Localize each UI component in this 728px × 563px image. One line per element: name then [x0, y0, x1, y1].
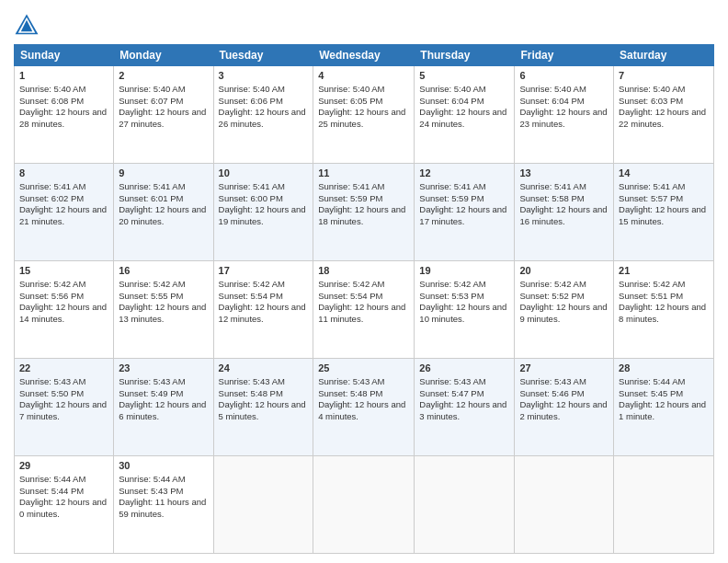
sunset-text: Sunset: 6:04 PM	[519, 96, 584, 106]
day-cell-26: 26Sunrise: 5:43 AMSunset: 5:47 PMDayligh…	[415, 359, 515, 456]
day-number: 16	[119, 264, 208, 278]
sunrise-text: Sunrise: 5:40 AM	[619, 84, 685, 94]
day-cell-empty	[515, 456, 614, 554]
day-number: 12	[419, 167, 509, 180]
sunset-text: Sunset: 6:00 PM	[219, 193, 283, 203]
sunrise-text: Sunrise: 5:41 AM	[318, 181, 384, 191]
day-number: 8	[19, 167, 108, 180]
logo	[14, 13, 41, 39]
day-header-saturday: Saturday	[614, 45, 714, 66]
day-header-wednesday: Wednesday	[313, 45, 415, 66]
day-number: 6	[519, 69, 609, 83]
day-number: 5	[419, 69, 509, 83]
sunset-text: Sunset: 5:52 PM	[519, 291, 584, 301]
sunset-text: Sunset: 5:43 PM	[119, 486, 183, 496]
day-cell-11: 11Sunrise: 5:41 AMSunset: 5:59 PMDayligh…	[313, 164, 415, 261]
day-cell-5: 5Sunrise: 5:40 AMSunset: 6:04 PMDaylight…	[415, 66, 515, 164]
sunset-text: Sunset: 5:58 PM	[519, 193, 584, 203]
daylight-text: Daylight: 12 hours and 6 minutes.	[119, 399, 206, 421]
day-cell-30: 30Sunrise: 5:44 AMSunset: 5:43 PMDayligh…	[114, 456, 213, 554]
sunset-text: Sunset: 6:07 PM	[119, 96, 183, 106]
sunset-text: Sunset: 5:48 PM	[318, 388, 382, 398]
sunset-text: Sunset: 5:59 PM	[318, 193, 382, 203]
header	[14, 9, 714, 39]
sunrise-text: Sunrise: 5:41 AM	[119, 181, 185, 191]
sunset-text: Sunset: 5:49 PM	[119, 388, 183, 398]
sunrise-text: Sunrise: 5:41 AM	[19, 181, 85, 191]
daylight-text: Daylight: 12 hours and 3 minutes.	[419, 399, 506, 421]
logo-icon	[14, 13, 40, 39]
day-cell-2: 2Sunrise: 5:40 AMSunset: 6:07 PMDaylight…	[114, 66, 213, 164]
week-row-5: 29Sunrise: 5:44 AMSunset: 5:44 PMDayligh…	[15, 456, 714, 554]
day-cell-4: 4Sunrise: 5:40 AMSunset: 6:05 PMDaylight…	[313, 66, 415, 164]
day-number: 4	[318, 69, 409, 83]
day-cell-29: 29Sunrise: 5:44 AMSunset: 5:44 PMDayligh…	[15, 456, 114, 554]
daylight-text: Daylight: 12 hours and 19 minutes.	[219, 204, 306, 226]
sunrise-text: Sunrise: 5:40 AM	[419, 84, 485, 94]
sunrise-text: Sunrise: 5:41 AM	[519, 181, 586, 191]
day-number: 19	[419, 264, 509, 278]
day-cell-28: 28Sunrise: 5:44 AMSunset: 5:45 PMDayligh…	[614, 359, 714, 456]
calendar-table: SundayMondayTuesdayWednesdayThursdayFrid…	[14, 44, 714, 554]
day-number: 25	[318, 362, 409, 375]
day-number: 20	[519, 264, 609, 278]
sunrise-text: Sunrise: 5:43 AM	[219, 376, 285, 386]
daylight-text: Daylight: 12 hours and 7 minutes.	[19, 399, 107, 421]
sunset-text: Sunset: 5:47 PM	[419, 388, 483, 398]
daylight-text: Daylight: 12 hours and 26 minutes.	[219, 107, 306, 129]
sunrise-text: Sunrise: 5:41 AM	[419, 181, 485, 191]
day-number: 27	[519, 362, 609, 375]
sunrise-text: Sunrise: 5:40 AM	[519, 84, 586, 94]
day-cell-13: 13Sunrise: 5:41 AMSunset: 5:58 PMDayligh…	[515, 164, 614, 261]
sunset-text: Sunset: 5:46 PM	[519, 388, 584, 398]
day-cell-22: 22Sunrise: 5:43 AMSunset: 5:50 PMDayligh…	[15, 359, 114, 456]
day-cell-empty	[313, 456, 415, 554]
day-cell-3: 3Sunrise: 5:40 AMSunset: 6:06 PMDaylight…	[213, 66, 313, 164]
daylight-text: Daylight: 12 hours and 25 minutes.	[318, 107, 405, 129]
daylight-text: Daylight: 12 hours and 27 minutes.	[119, 107, 206, 129]
week-row-3: 15Sunrise: 5:42 AMSunset: 5:56 PMDayligh…	[15, 261, 714, 359]
day-number: 9	[119, 167, 208, 180]
day-number: 22	[19, 362, 108, 375]
day-cell-empty	[213, 456, 313, 554]
day-cell-23: 23Sunrise: 5:43 AMSunset: 5:49 PMDayligh…	[114, 359, 213, 456]
day-cell-21: 21Sunrise: 5:42 AMSunset: 5:51 PMDayligh…	[614, 261, 714, 359]
sunrise-text: Sunrise: 5:42 AM	[19, 279, 85, 289]
sunset-text: Sunset: 6:04 PM	[419, 96, 483, 106]
daylight-text: Daylight: 11 hours and 59 minutes.	[119, 497, 206, 519]
day-cell-14: 14Sunrise: 5:41 AMSunset: 5:57 PMDayligh…	[614, 164, 714, 261]
sunset-text: Sunset: 5:44 PM	[19, 486, 84, 496]
sunrise-text: Sunrise: 5:42 AM	[119, 279, 185, 289]
day-cell-16: 16Sunrise: 5:42 AMSunset: 5:55 PMDayligh…	[114, 261, 213, 359]
day-cell-6: 6Sunrise: 5:40 AMSunset: 6:04 PMDaylight…	[515, 66, 614, 164]
daylight-text: Daylight: 12 hours and 17 minutes.	[419, 204, 506, 226]
day-header-tuesday: Tuesday	[213, 45, 313, 66]
sunset-text: Sunset: 5:55 PM	[119, 291, 183, 301]
sunset-text: Sunset: 6:03 PM	[619, 96, 683, 106]
day-number: 7	[619, 69, 709, 83]
daylight-text: Daylight: 12 hours and 5 minutes.	[219, 399, 306, 421]
day-number: 14	[619, 167, 709, 180]
day-number: 10	[219, 167, 309, 180]
sunset-text: Sunset: 6:06 PM	[219, 96, 283, 106]
day-number: 29	[19, 459, 108, 473]
sunset-text: Sunset: 5:50 PM	[19, 388, 84, 398]
week-row-4: 22Sunrise: 5:43 AMSunset: 5:50 PMDayligh…	[15, 359, 714, 456]
sunset-text: Sunset: 6:05 PM	[318, 96, 382, 106]
day-number: 18	[318, 264, 409, 278]
day-number: 17	[219, 264, 309, 278]
sunrise-text: Sunrise: 5:44 AM	[619, 376, 685, 386]
day-number: 23	[119, 362, 208, 375]
day-header-friday: Friday	[515, 45, 614, 66]
sunrise-text: Sunrise: 5:42 AM	[318, 279, 384, 289]
day-cell-17: 17Sunrise: 5:42 AMSunset: 5:54 PMDayligh…	[213, 261, 313, 359]
daylight-text: Daylight: 12 hours and 1 minute.	[619, 399, 706, 421]
day-cell-7: 7Sunrise: 5:40 AMSunset: 6:03 PMDaylight…	[614, 66, 714, 164]
day-number: 3	[219, 69, 309, 83]
daylight-text: Daylight: 12 hours and 18 minutes.	[318, 204, 405, 226]
sunrise-text: Sunrise: 5:43 AM	[318, 376, 384, 386]
sunset-text: Sunset: 5:59 PM	[419, 193, 483, 203]
sunrise-text: Sunrise: 5:41 AM	[619, 181, 685, 191]
day-cell-empty	[614, 456, 714, 554]
daylight-text: Daylight: 12 hours and 0 minutes.	[19, 497, 107, 519]
